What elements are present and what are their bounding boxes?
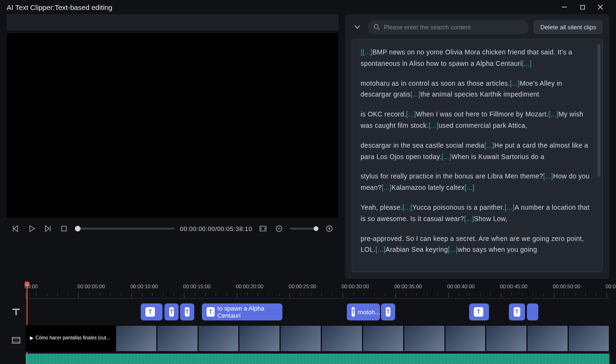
ruler-label: 00:00:25:00 <box>289 284 316 289</box>
text-clip-label: to spawn a Alpha Centauri <box>217 305 278 319</box>
video-clip[interactable]: ▶ Cómo hacer pantallas finales (out... <box>26 325 116 352</box>
svg-rect-19 <box>16 309 17 315</box>
zoom-out-button[interactable] <box>274 223 284 234</box>
timecode-display: 00:00:00:00/00:05:38:10 <box>180 225 252 232</box>
video-thumbnail[interactable] <box>568 325 609 352</box>
svg-marker-4 <box>14 226 18 231</box>
svg-marker-7 <box>45 226 49 231</box>
playhead[interactable] <box>27 283 27 364</box>
ruler-label: 00:00:30:00 <box>342 284 369 289</box>
text-clip[interactable] <box>527 303 538 320</box>
player-controls: 00:00:00:00/00:05:38:10 <box>7 218 338 240</box>
zoom-in-button[interactable] <box>324 223 335 234</box>
search-input[interactable] <box>384 24 523 31</box>
zoom-slider[interactable] <box>290 228 318 230</box>
ruler-label: 00:00:15:00 <box>183 284 210 289</box>
transcript-body[interactable]: |[...]BMP news on no yome Olivia Mora ch… <box>352 39 603 272</box>
transcript-paragraph[interactable]: pre-approved. So I can keep a secret. Ar… <box>361 233 594 256</box>
play-button[interactable] <box>27 223 37 234</box>
search-box[interactable] <box>368 20 529 34</box>
titlebar: AI Text Clipper:Text-based editing <box>0 0 616 14</box>
svg-marker-6 <box>30 226 35 231</box>
video-thumbnail[interactable] <box>404 325 445 352</box>
transcript-paragraph[interactable]: descargar in the sea castle social media… <box>361 140 594 163</box>
ruler-label: 00:00:50:00 <box>553 284 580 289</box>
text-icon: T <box>207 307 215 317</box>
text-clip[interactable]: T <box>141 303 163 320</box>
preview-toolbar <box>7 14 338 30</box>
transcript-panel: Delete all silent clips |[...]BMP news o… <box>345 14 609 279</box>
text-icon: T <box>352 307 355 317</box>
text-clip[interactable]: Tto spawn a Alpha Centauri <box>202 303 282 320</box>
stop-button[interactable] <box>59 223 69 234</box>
text-clip[interactable]: Tmotoh... <box>347 303 380 320</box>
svg-rect-9 <box>62 226 66 231</box>
video-thumbnail[interactable] <box>157 325 198 352</box>
step-back-button[interactable] <box>10 223 21 234</box>
transcript-scrollbar[interactable] <box>598 44 600 177</box>
transcript-paragraph[interactable]: is OKC record.[...]When I was out here t… <box>361 109 594 132</box>
video-thumbnail[interactable] <box>486 325 527 352</box>
video-thumbnail[interactable] <box>362 325 404 352</box>
video-track-icon[interactable] <box>11 336 21 345</box>
maximize-button[interactable] <box>573 0 591 14</box>
window-title: AI Text Clipper:Text-based editing <box>7 3 555 11</box>
timeline: 00:0000:00:05:0000:00:10:0000:00:15:0000… <box>0 283 616 364</box>
transcript-paragraph[interactable]: motoharu as in control as soon as those … <box>361 78 594 101</box>
text-clip[interactable]: T <box>381 303 395 320</box>
playback-scrubber[interactable] <box>75 228 174 230</box>
video-thumbnail[interactable] <box>116 325 157 352</box>
text-icon: T <box>386 307 390 317</box>
search-icon <box>373 24 380 30</box>
ruler-label: 00:00:40:00 <box>447 284 475 289</box>
video-thumbnail[interactable] <box>239 325 280 352</box>
ruler-label: 00:00:10:00 <box>130 284 158 289</box>
ruler-label: 00:00:55:0 <box>606 284 616 289</box>
audio-track[interactable] <box>26 354 609 364</box>
text-clip[interactable]: T <box>509 303 525 320</box>
ruler-label: 00:00:05:00 <box>77 284 105 289</box>
text-icon: T <box>169 307 174 317</box>
video-preview[interactable] <box>7 33 338 218</box>
fit-screen-button[interactable] <box>258 223 268 234</box>
play-icon: ▶ <box>30 335 34 340</box>
transcript-paragraph[interactable]: stylus for really practice in the bonus … <box>361 171 594 194</box>
video-thumbnail[interactable] <box>280 325 321 352</box>
svg-point-16 <box>374 25 378 28</box>
transcript-paragraph[interactable]: |[...]BMP news on no yome Olivia Mora ch… <box>361 47 594 70</box>
svg-rect-20 <box>12 337 20 343</box>
ruler-label: 00:00:35:00 <box>394 284 422 289</box>
video-thumbnail[interactable] <box>198 325 239 352</box>
ruler-label: 00:00:20:00 <box>236 284 263 289</box>
svg-line-17 <box>378 28 380 30</box>
video-thumbnail[interactable] <box>527 325 568 352</box>
video-track[interactable]: ▶ Cómo hacer pantallas finales (out... <box>26 325 609 352</box>
svg-rect-1 <box>580 5 584 9</box>
text-clip[interactable]: T <box>180 303 194 320</box>
text-clip-label: motoh... <box>358 309 380 316</box>
ruler-label: 00:00 <box>25 284 38 289</box>
minimize-button[interactable] <box>555 0 573 14</box>
text-icon: T <box>474 307 483 317</box>
text-track-icon[interactable] <box>11 307 21 317</box>
text-clip[interactable]: T <box>469 303 489 320</box>
video-thumbnail[interactable] <box>321 325 362 352</box>
delete-silent-button[interactable]: Delete all silent clips <box>534 20 603 34</box>
text-icon: T <box>145 307 155 317</box>
close-button[interactable] <box>591 0 609 14</box>
preview-column: 00:00:00:00/00:05:38:10 <box>7 14 338 279</box>
collapse-button[interactable] <box>352 24 363 30</box>
text-clip[interactable]: T <box>164 303 179 320</box>
text-track[interactable]: TTTTto spawn a Alpha CentauriTmotoh...TT… <box>26 303 609 320</box>
text-icon: T <box>185 307 190 317</box>
time-ruler[interactable]: 00:0000:00:05:0000:00:10:0000:00:15:0000… <box>26 283 609 299</box>
step-forward-button[interactable] <box>43 223 53 234</box>
text-icon: T <box>514 307 520 317</box>
video-thumbnail[interactable] <box>445 325 486 352</box>
ruler-label: 00:00:45:00 <box>500 284 527 289</box>
transcript-paragraph[interactable]: Yeah, please.[...]Yucca poisonous is a p… <box>361 202 594 225</box>
